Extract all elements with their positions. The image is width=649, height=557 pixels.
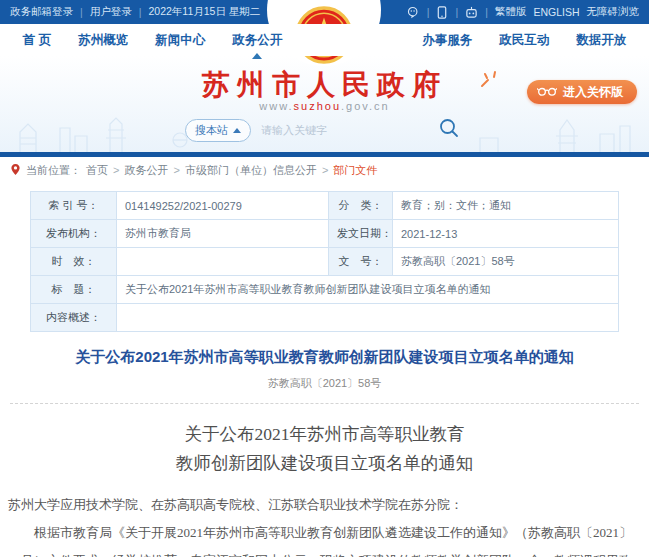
nav-item-overview[interactable]: 苏州概览 — [78, 32, 128, 49]
search-bar: 搜本站 — [185, 118, 460, 142]
category-label: 分 类： — [329, 192, 393, 220]
nav-active-indicator — [252, 53, 262, 59]
divider — [10, 403, 639, 404]
nav-item-gov-affairs[interactable]: 政务公开 — [232, 32, 282, 49]
article: 关于公布2021年苏州市高等职业教育教师创新团队建设项目立项名单的通知 苏教高职… — [0, 332, 649, 557]
english-link[interactable]: ENGLISH — [533, 6, 579, 18]
separator: | — [80, 6, 83, 18]
nav-item-news[interactable]: 新闻中心 — [155, 32, 205, 49]
breadcrumb-separator: > — [113, 164, 119, 176]
doc-no-value: 苏教高职〔2021〕58号 — [393, 248, 619, 276]
doc-no-label: 文 号： — [329, 248, 393, 276]
summary-value — [117, 304, 619, 332]
site-banner: 苏州市人民政府 www.suzhou.gov.cn 进入关怀版 搜本站 — [0, 56, 649, 152]
issue-date-value: 2021-12-13 — [393, 220, 619, 248]
glasses-icon — [537, 85, 557, 100]
breadcrumb-current: 部门文件 — [333, 163, 377, 178]
index-no-value: 014149252/2021-00279 — [117, 192, 329, 220]
issue-date-label: 发文日期： — [329, 220, 393, 248]
accessibility-link[interactable]: 无障碍浏览 — [587, 5, 640, 19]
mail-login-link[interactable]: 政务邮箱登录 — [10, 5, 73, 19]
care-button-label: 进入关怀版 — [563, 84, 623, 101]
topbar-left: 政务邮箱登录 | 用户登录 | 2022年11月15日 星期二 — [10, 5, 260, 19]
table-row: 索 引 号： 014149252/2021-00279 分 类： 教育；别：文件… — [31, 192, 619, 220]
title-label: 标 题： — [31, 276, 117, 304]
search-input[interactable] — [261, 124, 411, 136]
user-login-link[interactable]: 用户登录 — [90, 5, 132, 19]
document-meta-section: 索 引 号： 014149252/2021-00279 分 类： 教育；别：文件… — [0, 183, 649, 332]
url-main: suzhou — [294, 100, 341, 112]
url-suffix: .gov.cn — [341, 100, 390, 112]
body-title-line1: 关于公布2021年苏州市高等职业教育 — [6, 420, 643, 449]
location-pin-icon — [10, 163, 21, 178]
body-paragraph: 根据市教育局《关于开展2021年苏州市高等职业教育创新团队遴选建设工作的通知》（… — [8, 519, 641, 557]
care-version-button[interactable]: 进入关怀版 — [527, 80, 637, 104]
separator: | — [455, 6, 458, 18]
separator: | — [139, 6, 142, 18]
table-row: 标 题： 关于公布2021年苏州市高等职业教育教师创新团队建设项目立项名单的通知 — [31, 276, 619, 304]
validity-value — [117, 248, 329, 276]
nav-item-home[interactable]: 首 页 — [23, 32, 51, 49]
url-prefix: www. — [259, 100, 293, 112]
nav-item-interaction[interactable]: 政民互动 — [499, 32, 549, 49]
breadcrumb-home[interactable]: 首页 — [86, 163, 108, 178]
breadcrumb-label: 当前位置： — [26, 163, 81, 178]
salutation: 苏州大学应用技术学院、在苏高职高专院校、江苏联合职业技术学院在苏分院： — [8, 491, 641, 519]
table-row: 发布机构： 苏州市教育局 发文日期： 2021-12-13 — [31, 220, 619, 248]
table-row: 内容概述： — [31, 304, 619, 332]
document-meta-table: 索 引 号： 014149252/2021-00279 分 类： 教育；别：文件… — [30, 191, 619, 332]
separator: | — [485, 6, 488, 18]
current-date: 2022年11月15日 星期二 — [148, 5, 260, 19]
wechat-icon[interactable] — [407, 6, 420, 19]
top-utility-bar: 政务邮箱登录 | 用户登录 | 2022年11月15日 星期二 | | | 繁體… — [0, 0, 649, 24]
mobile-icon[interactable] — [436, 6, 448, 19]
table-row: 时 效： 文 号： 苏教高职〔2021〕58号 — [31, 248, 619, 276]
search-scope-dropdown[interactable]: 搜本站 — [185, 119, 251, 142]
category-value: 教育；别：文件；通知 — [393, 192, 619, 220]
breadcrumb: 当前位置： 首页 > 政务公开 > 市级部门（单位）信息公开 > 部门文件 — [0, 157, 649, 183]
chevron-up-icon — [233, 128, 241, 133]
body-title-line2: 教师创新团队建设项目立项名单的通知 — [6, 449, 643, 478]
document-body-title: 关于公布2021年苏州市高等职业教育 教师创新团队建设项目立项名单的通知 — [6, 420, 643, 478]
sparkle-decoration — [479, 70, 501, 90]
agency-value: 苏州市教育局 — [117, 220, 329, 248]
nav-item-open-data[interactable]: 数据开放 — [576, 32, 626, 49]
validity-label: 时 效： — [31, 248, 117, 276]
title-value: 关于公布2021年苏州市高等职业教育教师创新团队建设项目立项名单的通知 — [117, 276, 619, 304]
robot-icon[interactable] — [465, 6, 478, 19]
main-nav: 首 页 苏州概览 新闻中心 政务公开 办事服务 政民互动 数据开放 — [0, 24, 649, 56]
summary-label: 内容概述： — [31, 304, 117, 332]
search-scope-label: 搜本站 — [195, 123, 228, 138]
breadcrumb-separator: > — [322, 164, 328, 176]
document-number: 苏教高职〔2021〕58号 — [6, 376, 643, 391]
document-body: 苏州大学应用技术学院、在苏高职高专院校、江苏联合职业技术学院在苏分院： 根据市教… — [6, 491, 643, 557]
separator: | — [427, 6, 430, 18]
search-icon[interactable] — [438, 117, 460, 143]
breadcrumb-gov-affairs[interactable]: 政务公开 — [124, 163, 168, 178]
page-title: 关于公布2021年苏州市高等职业教育教师创新团队建设项目立项名单的通知 — [6, 348, 643, 367]
nav-item-services[interactable]: 办事服务 — [422, 32, 472, 49]
topbar-right: | | | 繁體版 ENGLISH 无障碍浏览 — [407, 5, 639, 19]
nav-item-label: 政务公开 — [232, 33, 282, 47]
breadcrumb-dept-info[interactable]: 市级部门（单位）信息公开 — [185, 163, 317, 178]
breadcrumb-separator: > — [173, 164, 179, 176]
traditional-chinese-link[interactable]: 繁體版 — [495, 5, 527, 19]
index-no-label: 索 引 号： — [31, 192, 117, 220]
agency-label: 发布机构： — [31, 220, 117, 248]
